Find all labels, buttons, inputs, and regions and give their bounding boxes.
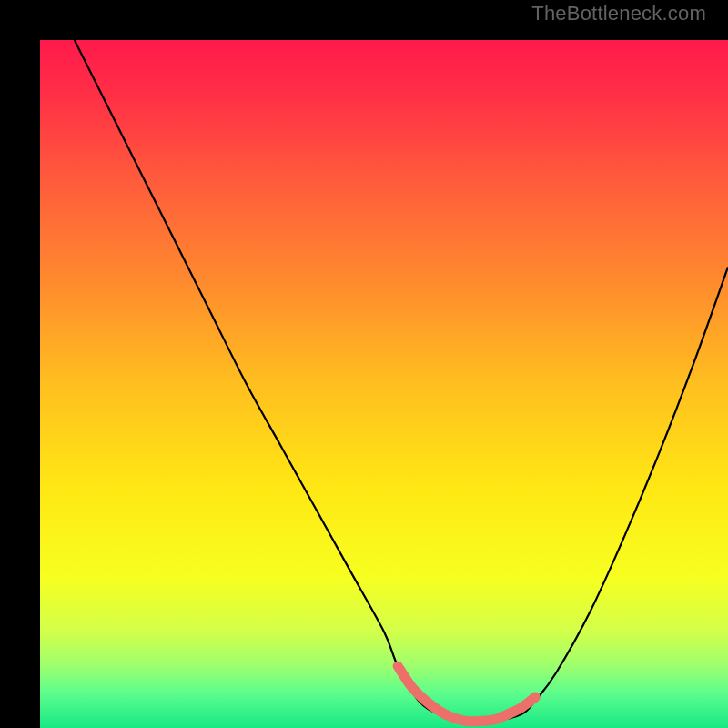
gradient-background	[40, 40, 728, 728]
watermark-text: TheBottleneck.com	[531, 2, 706, 25]
chart-frame	[20, 20, 708, 708]
bottleneck-chart	[40, 40, 728, 728]
